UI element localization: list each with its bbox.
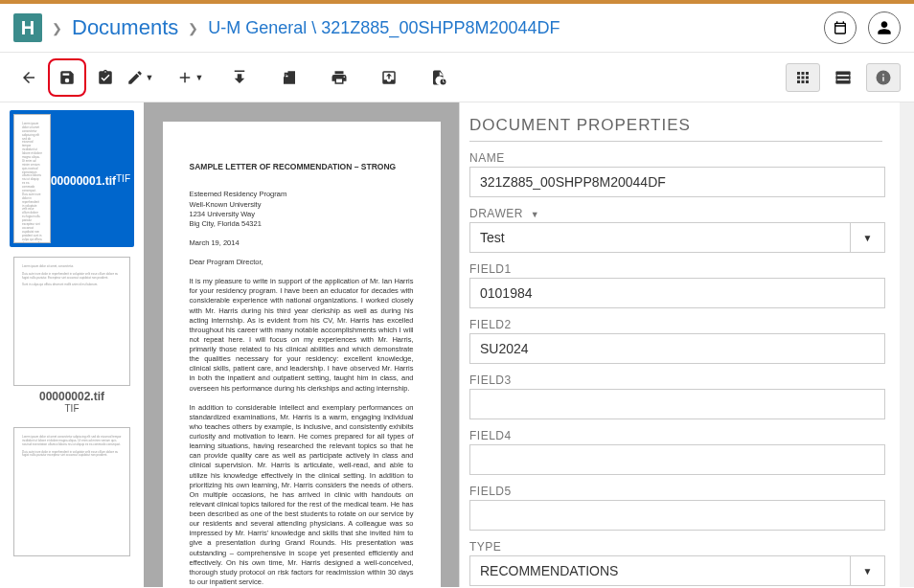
thumbnail-item[interactable]: Lorem ipsum dolor sit amet consectetur a…: [10, 423, 134, 560]
print-icon: [331, 69, 348, 86]
thumbnail-name: 00000001.tif: [51, 174, 116, 188]
user-icon: [877, 20, 892, 35]
thumbnail-preview: Lorem ipsum dolor sit amet consectetur a…: [13, 427, 130, 556]
document-clock-icon: [430, 69, 447, 86]
clipboard-icon: [97, 69, 114, 86]
arrow-left-icon: [20, 69, 37, 86]
drawer-value: Test: [480, 230, 505, 245]
doc-date: March 19, 2014: [190, 238, 414, 248]
field5-label: FIELD5: [469, 485, 882, 498]
drawer-select[interactable]: Test ▼: [469, 222, 885, 253]
chevron-down-icon: ▼: [850, 556, 884, 585]
calendar-button[interactable]: [824, 11, 857, 44]
thumbnail-item[interactable]: Lorem ipsum dolor sit amet consectetur a…: [10, 110, 134, 247]
thumbnail-panel: Lorem ipsum dolor sit amet consectetur a…: [0, 102, 144, 587]
info-panel-button[interactable]: [866, 63, 901, 92]
field4-label: FIELD4: [469, 429, 882, 442]
properties-title: DOCUMENT PROPERTIES: [469, 116, 882, 142]
schedule-button[interactable]: [423, 62, 454, 93]
thumbnail-preview: Lorem ipsum dolor sit amet consectetur a…: [13, 114, 51, 243]
doc-salutation: Dear Program Director,: [190, 258, 414, 267]
doc-para: In addition to considerable intellect an…: [190, 403, 414, 587]
export-button[interactable]: [274, 62, 305, 93]
thumbnail-item[interactable]: Lorem ipsum dolor sit amet, consectetur.…: [10, 253, 134, 418]
type-value: RECOMMENDATIONS: [480, 563, 618, 578]
type-select[interactable]: RECOMMENDATIONS ▼: [469, 555, 885, 586]
view-list-button[interactable]: [826, 63, 860, 92]
print-button[interactable]: [324, 62, 354, 93]
back-button[interactable]: [13, 62, 44, 93]
outbox-button[interactable]: [374, 62, 404, 93]
thumbnail-preview: Lorem ipsum dolor sit amet, consectetur.…: [13, 257, 130, 386]
info-icon: [875, 69, 892, 86]
app-logo[interactable]: H: [13, 13, 42, 42]
scrollbar[interactable]: [900, 102, 914, 587]
field1-input[interactable]: [469, 278, 885, 308]
properties-panel: DOCUMENT PROPERTIES NAME DRAWER ▼ Test ▼…: [459, 102, 900, 587]
header-bar: H ❯ Documents ❯ U-M General \ 321Z885_00…: [0, 4, 914, 53]
name-field[interactable]: [469, 167, 885, 197]
field4-input[interactable]: [469, 444, 885, 475]
toolbar: ▼ ▼: [0, 53, 914, 102]
type-label: TYPE: [469, 540, 882, 554]
name-label: NAME: [469, 151, 882, 165]
list-icon: [834, 69, 852, 86]
edit-button[interactable]: ▼: [125, 62, 155, 93]
drawer-label: DRAWER ▼: [469, 207, 882, 220]
user-button[interactable]: [868, 11, 901, 44]
chevron-right-icon: ❯: [52, 21, 62, 35]
breadcrumb-root[interactable]: Documents: [72, 15, 178, 40]
grid-icon: [794, 69, 811, 86]
download-icon: [231, 69, 248, 86]
field1-label: FIELD1: [469, 262, 882, 276]
calendar-icon: [833, 20, 848, 35]
clipboard-button[interactable]: [90, 62, 121, 93]
plus-icon: [176, 69, 194, 86]
save-button[interactable]: [48, 58, 86, 97]
outbox-icon: [380, 69, 398, 86]
page: SAMPLE LETTER OF RECOMMENDATION – STRONG…: [163, 122, 441, 587]
download-button[interactable]: [224, 62, 255, 93]
thumbnail-name: 00000002.tif: [13, 390, 130, 403]
field3-label: FIELD3: [469, 373, 882, 387]
chevron-down-icon: ▼: [850, 223, 884, 252]
export-icon: [281, 69, 298, 86]
view-grid-button[interactable]: [786, 63, 820, 92]
add-button[interactable]: ▼: [174, 62, 205, 93]
edit-icon: [126, 69, 144, 86]
field2-input[interactable]: [469, 333, 885, 364]
document-preview[interactable]: SAMPLE LETTER OF RECOMMENDATION – STRONG…: [144, 102, 459, 587]
thumbnail-type: TIF: [116, 173, 130, 184]
doc-title: SAMPLE LETTER OF RECOMMENDATION – STRONG: [190, 162, 414, 172]
chevron-right-icon: ❯: [188, 21, 198, 35]
doc-para: It is my pleasure to write in support of…: [190, 277, 414, 394]
field2-label: FIELD2: [469, 318, 882, 331]
breadcrumb-path[interactable]: U-M General \ 321Z885_00SHPP8M20044DF: [208, 18, 560, 38]
field5-input[interactable]: [469, 500, 885, 531]
field3-input[interactable]: [469, 389, 885, 419]
doc-address: Esteemed Residency Program Well-Known Un…: [190, 190, 414, 229]
save-icon: [58, 69, 76, 86]
thumbnail-type: TIF: [13, 403, 130, 414]
